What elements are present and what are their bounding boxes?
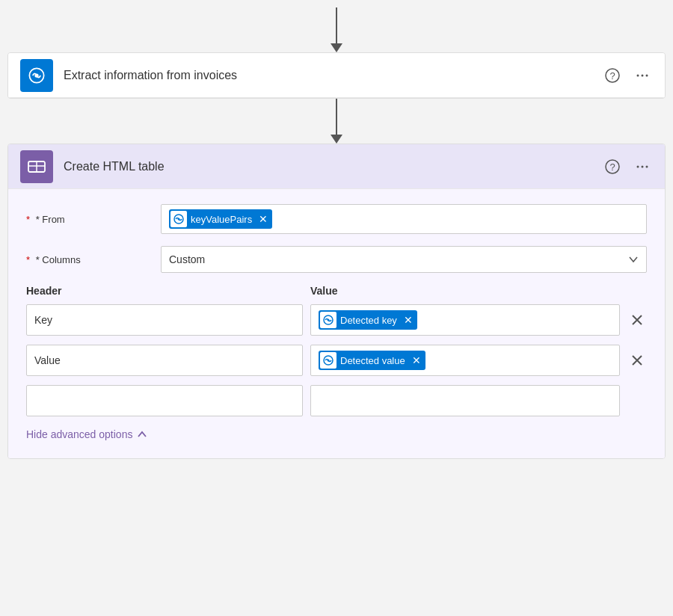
close-icon: [630, 313, 644, 327]
extract-invoices-card: Extract information from invoices ?: [7, 52, 666, 99]
svg-point-4: [637, 74, 639, 76]
detected-value-icon: [320, 352, 336, 369]
key-header-input[interactable]: Key: [26, 304, 303, 336]
from-label: * * From: [26, 214, 161, 225]
token-icon: [170, 211, 187, 227]
extract-invoices-icon: [20, 59, 53, 92]
empty-value-input[interactable]: [310, 385, 620, 416]
svg-point-20: [328, 360, 330, 362]
token-label: keyValuePairs: [191, 214, 252, 225]
create-html-table-icon: [20, 150, 53, 183]
columns-section: Header Value Key: [26, 285, 647, 416]
hide-advanced-button[interactable]: Hide advanced options: [26, 428, 147, 440]
table-row: Key Detected key: [26, 304, 647, 336]
create-html-table-card: Create HTML table ?: [7, 144, 666, 459]
detected-value-token: Detected value ✕: [319, 351, 425, 370]
columns-value: Custom: [169, 253, 205, 265]
svg-point-1: [34, 73, 38, 77]
svg-point-6: [646, 74, 648, 76]
create-html-table-header: Create HTML table ?: [8, 144, 665, 189]
key-row-remove-button[interactable]: [627, 310, 647, 330]
columns-header: Header Value: [26, 285, 647, 297]
key-value-pairs-token: keyValuePairs ✕: [169, 209, 272, 229]
extract-invoices-actions: ?: [602, 65, 653, 86]
extract-invoices-header: Extract information from invoices ?: [8, 53, 665, 98]
detected-key-token: Detected key ✕: [319, 310, 417, 330]
extract-invoices-title: Extract information from invoices: [64, 69, 602, 82]
svg-point-5: [642, 74, 644, 76]
create-html-table-body: * * From keyValuePairs ✕: [8, 189, 665, 458]
detected-key-value-input[interactable]: Detected key ✕: [310, 304, 620, 336]
extract-invoices-more-button[interactable]: [632, 65, 653, 86]
svg-text:?: ?: [609, 70, 615, 81]
svg-point-14: [646, 165, 648, 167]
create-html-table-more-button[interactable]: [632, 156, 653, 177]
close-icon: [630, 354, 644, 367]
table-row: Value Detected value: [26, 345, 647, 376]
extract-invoices-help-button[interactable]: ?: [602, 65, 623, 86]
create-html-table-actions: ?: [602, 156, 653, 177]
header-column-label: Header: [26, 285, 310, 297]
svg-point-13: [642, 165, 644, 167]
svg-text:?: ?: [609, 161, 615, 173]
from-input[interactable]: keyValuePairs ✕: [161, 204, 647, 234]
svg-point-18: [328, 319, 330, 321]
detected-value-value-input[interactable]: Detected value ✕: [310, 345, 620, 376]
detected-value-label: Detected value: [340, 355, 405, 366]
svg-point-16: [178, 218, 180, 221]
value-row-remove-button[interactable]: [627, 351, 647, 370]
table-row: [26, 385, 647, 416]
create-html-table-help-button[interactable]: ?: [602, 156, 623, 177]
detected-key-remove-button[interactable]: ✕: [401, 315, 413, 325]
hide-advanced-label: Hide advanced options: [26, 428, 132, 440]
value-column-label: Value: [310, 285, 647, 297]
token-remove-button[interactable]: ✕: [256, 214, 268, 224]
columns-row: * * Columns Custom: [26, 246, 647, 273]
columns-label: * * Columns: [26, 254, 161, 265]
detected-key-label: Detected key: [340, 315, 397, 326]
from-row: * * From keyValuePairs ✕: [26, 204, 647, 234]
chevron-down-icon: [628, 254, 639, 265]
svg-point-12: [637, 165, 639, 167]
create-html-table-title: Create HTML table: [64, 160, 602, 173]
value-header-input[interactable]: Value: [26, 345, 303, 376]
arrow-connector-2: [331, 99, 342, 144]
detected-key-icon: [320, 312, 336, 328]
arrow-connector-1: [331, 7, 342, 52]
detected-value-remove-button[interactable]: ✕: [409, 355, 421, 366]
empty-header-input[interactable]: [26, 385, 303, 416]
columns-select[interactable]: Custom: [161, 246, 647, 273]
chevron-up-icon: [137, 429, 147, 440]
